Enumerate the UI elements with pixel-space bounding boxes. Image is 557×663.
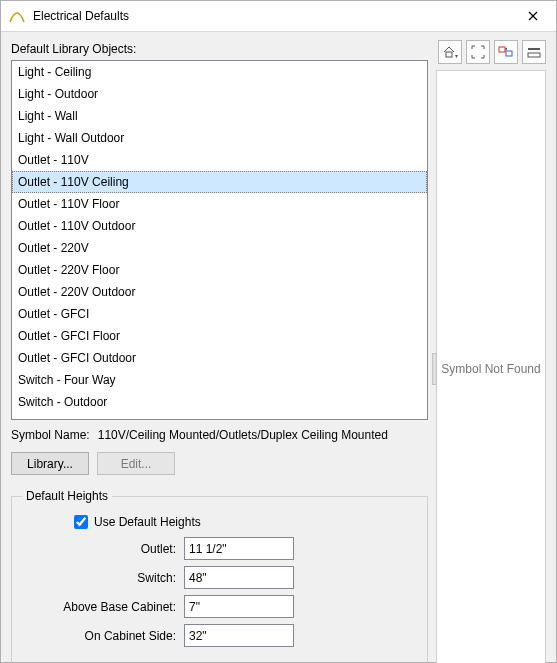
- switch-label: Switch:: [42, 571, 184, 585]
- list-item[interactable]: Light - Wall Outdoor: [12, 127, 427, 149]
- outlet-input[interactable]: [184, 537, 294, 560]
- symbol-name-value: 110V/Ceiling Mounted/Outlets/Duplex Ceil…: [98, 428, 388, 442]
- list-item[interactable]: Outlet - 220V Floor: [12, 259, 427, 281]
- swap-view-icon[interactable]: [494, 40, 518, 64]
- window-title: Electrical Defaults: [33, 9, 510, 23]
- use-default-heights-checkbox[interactable]: [74, 515, 88, 529]
- list-item[interactable]: Outlet - 110V Ceiling: [12, 171, 427, 193]
- list-item[interactable]: Outlet - 220V Outdoor: [12, 281, 427, 303]
- svg-rect-1: [499, 47, 505, 52]
- splitter-handle[interactable]: [432, 353, 437, 385]
- fit-extents-icon[interactable]: [466, 40, 490, 64]
- list-item[interactable]: Switch - Single Pole: [12, 413, 427, 420]
- above-base-cabinet-input[interactable]: [184, 595, 294, 618]
- use-default-heights-label[interactable]: Use Default Heights: [94, 515, 201, 529]
- library-button[interactable]: Library...: [11, 452, 89, 475]
- list-item[interactable]: Light - Ceiling: [12, 61, 427, 83]
- list-item[interactable]: Outlet - GFCI: [12, 303, 427, 325]
- list-item[interactable]: Light - Outdoor: [12, 83, 427, 105]
- close-icon: [528, 11, 538, 21]
- list-item[interactable]: Switch - Outdoor: [12, 391, 427, 413]
- list-item[interactable]: Outlet - 110V Outdoor: [12, 215, 427, 237]
- list-item[interactable]: Outlet - 110V: [12, 149, 427, 171]
- default-heights-group: Default Heights Use Default Heights Outl…: [11, 489, 428, 663]
- dialog-electrical-defaults: Electrical Defaults Default Library Obje…: [0, 0, 557, 663]
- switch-input[interactable]: [184, 566, 294, 589]
- close-button[interactable]: [510, 1, 556, 31]
- above-base-cabinet-label: Above Base Cabinet:: [42, 600, 184, 614]
- svg-rect-2: [506, 51, 512, 56]
- on-cabinet-side-label: On Cabinet Side:: [42, 629, 184, 643]
- list-item[interactable]: Outlet - 110V Floor: [12, 193, 427, 215]
- list-item[interactable]: Outlet - GFCI Outdoor: [12, 347, 427, 369]
- on-cabinet-side-input[interactable]: [184, 624, 294, 647]
- svg-rect-0: [446, 52, 452, 57]
- list-item[interactable]: Light - Wall: [12, 105, 427, 127]
- default-heights-legend: Default Heights: [22, 489, 112, 503]
- svg-rect-4: [528, 53, 540, 57]
- edit-button: Edit...: [97, 452, 175, 475]
- titlebar: Electrical Defaults: [1, 1, 556, 32]
- list-item[interactable]: Switch - Four Way: [12, 369, 427, 391]
- options-icon[interactable]: [522, 40, 546, 64]
- outlet-label: Outlet:: [42, 542, 184, 556]
- svg-rect-3: [528, 48, 540, 50]
- preview-toolbar: [436, 40, 546, 64]
- app-icon: [9, 8, 25, 24]
- symbol-name-label: Symbol Name:: [11, 428, 90, 442]
- home-dropdown-icon[interactable]: [438, 40, 462, 64]
- list-item[interactable]: Outlet - GFCI Floor: [12, 325, 427, 347]
- preview-message: Symbol Not Found: [441, 362, 540, 376]
- preview-pane: Symbol Not Found: [436, 70, 546, 663]
- list-item[interactable]: Outlet - 220V: [12, 237, 427, 259]
- list-header-label: Default Library Objects:: [11, 42, 428, 56]
- default-library-objects-list[interactable]: Light - CeilingLight - OutdoorLight - Wa…: [11, 60, 428, 420]
